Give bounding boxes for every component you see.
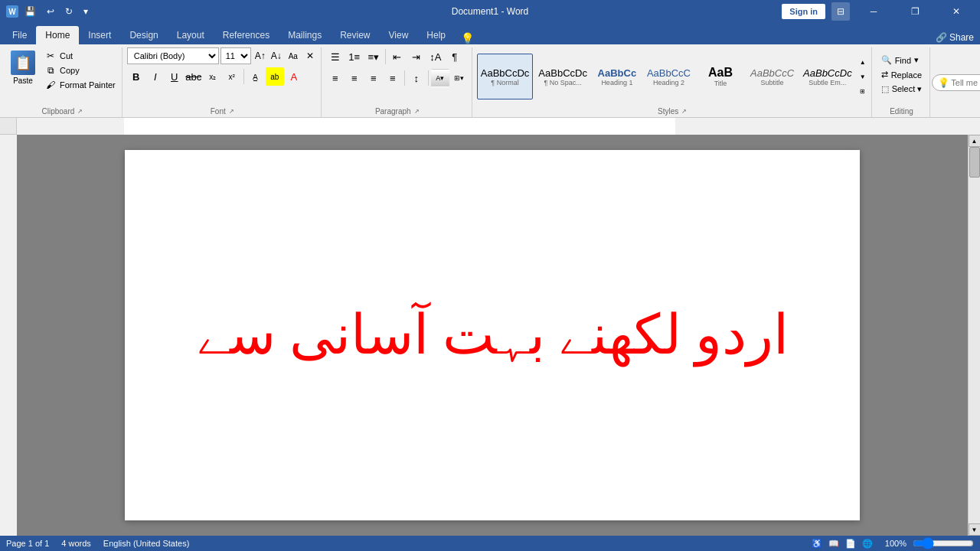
clipboard-small-buttons: ✂ Cut ⧉ Copy 🖌 Format Painter [41,49,119,92]
style-heading2[interactable]: AaBbCcC Heading 2 [643,54,694,99]
styles-label: Styles ↗ [477,106,868,117]
style-subtle-em-preview: AaBbCcDc [803,67,852,79]
increase-indent-button[interactable]: ⇥ [407,47,426,66]
scissors-icon: ✂ [44,51,57,61]
ribbon-display-button[interactable]: ⊟ [831,2,850,21]
clear-formatting-button[interactable]: ✕ [302,48,318,64]
align-right-button[interactable]: ≡ [364,69,383,87]
bullets-button[interactable]: ☰ [326,47,345,66]
tab-layout[interactable]: Layout [168,26,214,44]
tell-me-input[interactable] [932,74,980,91]
styles-expand-icon[interactable]: ↗ [681,108,687,115]
font-label: Font ↗ [127,106,318,117]
italic-button[interactable]: I [146,67,165,86]
document-page[interactable]: اردو لکھنے بہت آسانی سے [125,150,860,520]
text-highlight-button[interactable]: ab [266,67,284,86]
superscript-button[interactable]: x² [223,67,241,86]
tab-help[interactable]: Help [417,26,455,44]
scroll-up-button[interactable]: ▲ [969,135,981,147]
decrease-indent-button[interactable]: ⇤ [388,47,407,66]
underline-button[interactable]: U [165,67,184,86]
styles-more[interactable]: ⊞ [858,84,868,98]
replace-button[interactable]: ⇄ Replace [877,68,926,81]
subscript-button[interactable]: x₂ [204,67,222,86]
find-button[interactable]: 🔍 Find ▾ [877,54,923,67]
numbering-button[interactable]: 1≡ [345,47,364,66]
style-normal[interactable]: AaBbCcDc ¶ Normal [477,54,534,99]
format-painter-button[interactable]: 🖌 Format Painter [41,78,119,92]
sort-button[interactable]: ↕A [426,47,445,66]
scroll-track[interactable] [969,147,981,523]
title-bar-left: W 💾 ↩ ↻ ▾ [6,5,91,18]
text-effects-button[interactable]: A̲ [247,67,265,86]
style-subtle-em[interactable]: AaBbCcDc Subtle Em... [799,54,856,99]
restore-button[interactable]: ❐ [897,0,933,23]
tab-references[interactable]: References [214,26,279,44]
borders-button[interactable]: ⊞▾ [450,69,469,87]
font-name-select[interactable]: Calibri (Body) [127,47,219,64]
para-divider1 [385,49,386,64]
styles-scroll-down[interactable]: ▼ [858,70,868,83]
zoom-slider-label: 100% [885,539,906,548]
font-group: Calibri (Body) 11 A↑ A↓ Aa ✕ B I U abc x… [124,47,322,117]
align-center-button[interactable]: ≡ [345,69,364,87]
multilevel-list-button[interactable]: ≡▾ [364,47,383,66]
style-no-spacing[interactable]: AaBbCcDc ¶ No Spac... [534,54,591,99]
sign-in-button[interactable]: Sign in [782,4,825,19]
tab-design[interactable]: Design [120,26,167,44]
line-spacing-button[interactable]: ↕ [407,69,426,87]
ruler [0,118,980,135]
justify-button[interactable]: ≡ [384,69,402,87]
font-expand-icon[interactable]: ↗ [229,108,234,115]
change-case-button[interactable]: Aa [286,48,301,64]
customize-quick-access-button[interactable]: ▾ [80,5,91,18]
tab-review[interactable]: Review [331,26,379,44]
tab-home[interactable]: Home [36,26,79,44]
vertical-ruler-svg [0,135,17,536]
font-size-select[interactable]: 11 [220,47,251,64]
view-web-button[interactable]: 🌐 [862,539,873,549]
style-heading1-label: Heading 1 [601,79,632,86]
title-bar-right: Sign in ⊟ ─ ❐ ✕ [782,0,974,23]
editing-group: 🔍 Find ▾ ⇄ Replace ⬚ Select ▾ Editing [874,47,931,117]
style-subtitle[interactable]: AaBbCcC Subtitle [746,54,798,99]
share-button[interactable]: 🔗 Share [929,31,980,44]
redo-button[interactable]: ↻ [62,5,76,18]
copy-button[interactable]: ⧉ Copy [41,64,119,77]
select-button[interactable]: ⬚ Select ▾ [877,83,927,96]
tab-insert[interactable]: Insert [79,26,120,44]
bold-button[interactable]: B [127,67,145,86]
font-color-button[interactable]: A [285,67,303,86]
style-title[interactable]: AaB Title [696,54,745,99]
clipboard-expand-icon[interactable]: ↗ [77,108,83,115]
clipboard-content: 📋 Paste ✂ Cut ⧉ Copy 🖌 Format Painter [6,47,119,106]
paste-button[interactable]: 📋 Paste [6,47,40,88]
minimize-button[interactable]: ─ [856,0,891,23]
zoom-slider[interactable] [913,537,974,549]
lightbulb-button[interactable]: 💡 [461,32,474,44]
view-print-button[interactable]: 📄 [845,539,856,549]
document-container[interactable]: اردو لکھنے بہت آسانی سے [17,135,968,536]
cut-button[interactable]: ✂ Cut [41,49,119,63]
tab-mailings[interactable]: Mailings [279,26,331,44]
undo-button[interactable]: ↩ [44,5,57,18]
paragraph-expand-icon[interactable]: ↗ [414,108,420,115]
decrease-font-size-button[interactable]: A↓ [269,48,284,64]
ruler-corner [0,118,17,134]
styles-scroll-up[interactable]: ▲ [858,55,868,69]
close-button[interactable]: ✕ [939,0,974,23]
save-button[interactable]: 💾 [21,5,39,18]
show-formatting-button[interactable]: ¶ [446,47,464,66]
increase-font-size-button[interactable]: A↑ [253,48,268,64]
scroll-down-button[interactable]: ▼ [969,523,981,536]
tab-file[interactable]: File [3,26,36,44]
urdu-text-content[interactable]: اردو لکھنے بہت آسانی سے [166,263,819,407]
shading-button[interactable]: A▾ [431,69,449,87]
strikethrough-button[interactable]: abc [185,67,203,86]
style-heading1[interactable]: AaBbCc Heading 1 [593,54,642,99]
view-read-button[interactable]: 📖 [828,539,839,549]
scroll-thumb[interactable] [969,147,980,178]
tab-view[interactable]: View [380,26,418,44]
font-size-buttons: A↑ A↓ [253,48,284,64]
align-left-button[interactable]: ≡ [326,69,345,87]
